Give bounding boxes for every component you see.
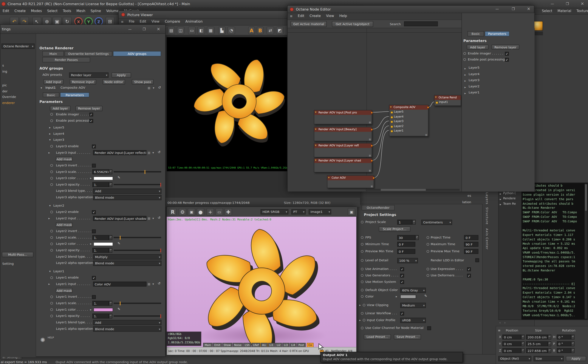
layer3-opacity-field[interactable]: 1. <box>92 182 109 187</box>
fps-spinner[interactable]: ▴▾ <box>415 235 419 240</box>
resize-grip-icon[interactable]: ▦ <box>425 133 427 136</box>
expand-icon[interactable]: ▸ <box>90 176 92 180</box>
minimize-button[interactable]: — <box>492 6 502 12</box>
anim-dot[interactable] <box>50 119 53 122</box>
layer-item[interactable]: Layer3 <box>464 77 532 84</box>
lod-dropdown[interactable]: 100 % <box>397 258 418 263</box>
layer3-scale-field[interactable]: 6.556291 <box>92 169 109 174</box>
layer2-alpha-dropdown[interactable]: Blend mode <box>93 261 162 266</box>
layer2-enable-checkbox[interactable] <box>92 210 96 214</box>
side-tab-parameters[interactable]: Parameters <box>485 31 510 36</box>
help-label[interactable]: HELP <box>48 336 54 339</box>
collapse-icon[interactable]: ▾ <box>49 138 51 142</box>
anim-dot[interactable] <box>426 236 429 239</box>
menu-item[interactable]: Create <box>12 8 28 13</box>
coords-mode-dropdown[interactable]: Object (Rel) <box>498 356 531 361</box>
vertical-tab-layers[interactable]: Layers <box>485 192 489 204</box>
layout-split-icon[interactable]: ◧ <box>198 27 205 34</box>
anim-dot[interactable] <box>361 236 363 239</box>
sidebar-item[interactable]: pic <box>2 83 7 87</box>
save-icon[interactable]: ◫ <box>177 27 184 34</box>
close-button[interactable]: × <box>524 6 534 12</box>
get-active-tag-button[interactable]: Get Active tag/object <box>332 21 373 27</box>
spinner[interactable]: ▴▾ <box>109 169 112 174</box>
subtab-basic[interactable]: Basic <box>43 92 59 97</box>
view-clipping-dropdown[interactable]: Medium <box>400 303 426 308</box>
anim-dot[interactable] <box>363 304 365 306</box>
chevron-down-icon[interactable]: ▾ <box>152 217 154 220</box>
output-pin[interactable] <box>427 106 429 109</box>
menu-item[interactable]: Spline <box>88 8 104 13</box>
menu-item[interactable]: Tools <box>60 8 74 13</box>
dock-tab-fragment[interactable]: lation <box>462 200 471 204</box>
layer3-blend-dropdown[interactable]: Add <box>93 188 162 194</box>
layer3-invert-checkbox[interactable] <box>92 164 96 168</box>
node-title[interactable]: Render AOV input:[Beauty] <box>314 127 372 132</box>
expand-icon[interactable]: ▸ <box>359 318 361 322</box>
input1-type[interactable]: Composite AOV <box>60 86 85 89</box>
expand-icon[interactable]: ▸ <box>49 126 51 129</box>
close-button[interactable]: × <box>154 27 163 32</box>
layer3-scale-slider[interactable] <box>114 171 161 172</box>
size-z-field[interactable]: 227.658 cm <box>526 348 548 353</box>
tab-render-passes[interactable]: Render Passes <box>42 57 90 62</box>
output-pin[interactable] <box>371 129 373 131</box>
tab-octanerender[interactable]: OctaneRender <box>362 205 395 210</box>
menu-item[interactable]: Texture <box>574 8 588 13</box>
lock-icon[interactable]: ▣ <box>188 208 195 216</box>
compare-b-icon[interactable]: B <box>257 27 264 34</box>
expand-icon[interactable]: ▸ <box>48 151 50 154</box>
add-icon[interactable]: + <box>207 208 214 216</box>
maximize-button[interactable]: ❐ <box>562 1 572 7</box>
layer2-color-swatch[interactable] <box>93 242 113 246</box>
anim-dot[interactable] <box>361 250 363 253</box>
layer2-invert-checkbox[interactable] <box>92 229 96 233</box>
node-title[interactable]: Render AOV input:[Layer refl <box>314 143 372 148</box>
multi-pass-button[interactable]: Multi-Pass... <box>2 252 33 257</box>
layer1-alpha-dropdown[interactable]: Blend mode <box>93 326 162 332</box>
size-x-field[interactable]: 200.016 cm <box>526 335 548 339</box>
expand-icon[interactable]: ▸ <box>500 192 501 196</box>
layer2-scale-slider[interactable] <box>114 237 161 238</box>
layer3-input-field[interactable]: Render AOV input:[Layer reflectio <box>93 150 147 155</box>
camera-lock-icon[interactable]: ▣ <box>348 208 355 216</box>
expand-icon[interactable]: ▸ <box>500 203 501 206</box>
anim-dot[interactable] <box>361 295 363 298</box>
spinner[interactable]: ▴▾ <box>571 335 575 339</box>
anim-dot[interactable] <box>361 327 363 329</box>
sidebar-item[interactable]: ing <box>2 70 7 73</box>
anim-dot[interactable] <box>426 243 429 246</box>
node-render-aov-shadow[interactable]: Render AOV input:[Layer shad ▦ <box>314 158 372 172</box>
render-image-area[interactable]: 53:07 Time:00:00:44/00:00:51 spp/max:174… <box>167 37 288 171</box>
renderer-dropdown[interactable]: Octane Renderer <box>1 44 35 49</box>
expand-icon[interactable]: ▸ <box>90 308 92 312</box>
region-icon[interactable]: ▭ <box>215 208 223 216</box>
target-input-pin[interactable]: input1 <box>434 100 461 105</box>
layer1-color-swatch[interactable] <box>93 308 113 312</box>
layer3-add-mask-button[interactable]: Add mask <box>56 156 72 162</box>
live-viewer-render-area[interactable]: hGen:2ms. Update[C]:0ms. Mesh:2 Nodes:31… <box>167 217 356 347</box>
tab-aov-groups[interactable]: AOV groups <box>113 51 161 56</box>
node-title[interactable]: Render AOV input:[Layer shad <box>314 158 372 163</box>
composite-pin[interactable]: Layer5 <box>389 110 428 114</box>
layer2-group[interactable]: Layer2 <box>53 204 64 207</box>
eyedropper-icon[interactable]: ✎ <box>117 176 120 179</box>
aov-presets-dropdown[interactable]: Render layer <box>69 72 109 78</box>
layer-item[interactable]: Layer1 <box>464 90 532 96</box>
layer3-group[interactable]: Layer3 <box>53 138 64 141</box>
anim-dot[interactable] <box>361 289 363 292</box>
dock-tab-fragment[interactable]: es <box>467 194 471 197</box>
chevron-down-icon[interactable]: ▾ <box>153 86 154 90</box>
image-slot-dropdown[interactable]: Image1 <box>309 209 331 214</box>
node-render-aov-beauty[interactable]: Render AOV input:[Beauty] ▦ <box>314 127 372 141</box>
rotation-p-field[interactable]: 0 ° <box>557 341 571 346</box>
position-x-field[interactable]: 0 cm <box>502 335 521 339</box>
swap-ab-icon[interactable]: ⇄ <box>267 27 274 34</box>
anim-dot[interactable] <box>361 268 363 270</box>
reset-icon[interactable]: ↺ <box>158 86 161 89</box>
side-add-layer-button[interactable]: Add layer <box>467 45 489 50</box>
menu-item[interactable]: Select <box>539 8 555 13</box>
position-y-field[interactable]: 0 cm <box>502 341 521 346</box>
input-color-profile-dropdown[interactable]: sRGB <box>400 318 426 323</box>
save-preset-button[interactable]: Save Preset... <box>394 334 421 339</box>
